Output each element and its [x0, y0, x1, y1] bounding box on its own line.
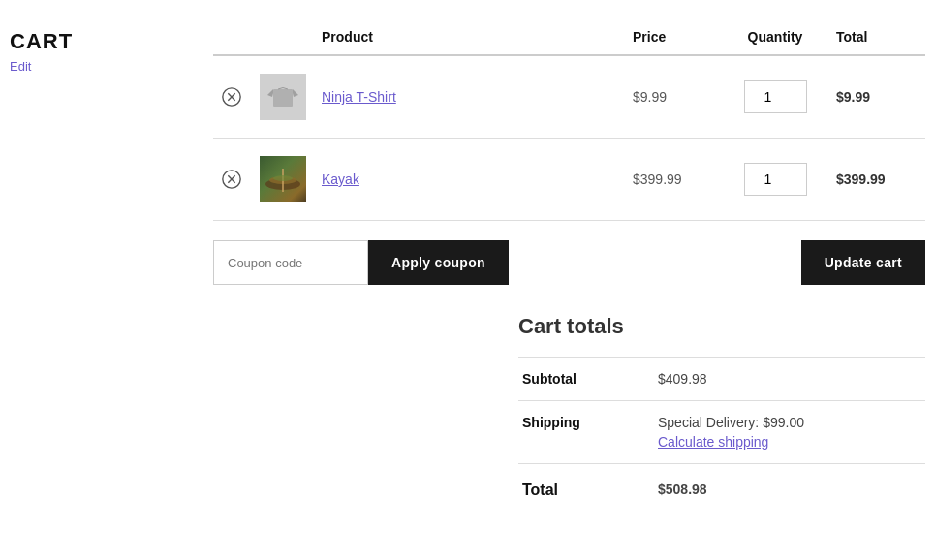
cart-totals: Cart totals Subtotal $409.98 Shipping Sp… — [518, 314, 925, 505]
shipping-row: Shipping Special Delivery: $99.00 Calcul… — [518, 401, 925, 464]
kayak-image — [260, 156, 306, 202]
product-price-cell: $399.99 — [625, 139, 722, 221]
ninja-tshirt-image — [260, 74, 306, 120]
product-name-cell: Kayak — [314, 139, 625, 221]
header-price: Price — [625, 19, 722, 55]
header-total: Total — [828, 19, 925, 55]
remove-ninja-button[interactable] — [221, 86, 242, 108]
table-row: Kayak $399.99 $399.99 — [213, 139, 925, 221]
ninja-quantity-input[interactable] — [744, 80, 807, 113]
table-row: Ninja T-Shirt $9.99 $9.99 — [213, 55, 925, 139]
product-price-cell: $9.99 — [625, 55, 722, 139]
coupon-input[interactable] — [213, 240, 368, 285]
kayak-quantity-input[interactable] — [744, 163, 807, 196]
totals-wrapper: Cart totals Subtotal $409.98 Shipping Sp… — [213, 304, 925, 505]
cart-totals-title: Cart totals — [518, 314, 925, 339]
apply-coupon-button[interactable]: Apply coupon — [368, 240, 509, 285]
calculate-shipping-link[interactable]: Calculate shipping — [658, 434, 768, 450]
subtotal-row: Subtotal $409.98 — [518, 358, 925, 401]
product-name-cell: Ninja T-Shirt — [314, 55, 625, 139]
product-total-cell: $399.99 — [828, 139, 925, 221]
product-quantity-cell — [722, 55, 828, 139]
product-quantity-cell — [722, 139, 828, 221]
product-image-cell — [252, 55, 314, 139]
update-cart-button[interactable]: Update cart — [801, 240, 925, 285]
product-total-cell: $9.99 — [828, 55, 925, 139]
total-row: Total $508.98 — [518, 464, 925, 506]
shipping-label: Shipping — [518, 401, 654, 464]
product-image-cell — [252, 139, 314, 221]
coupon-row: Apply coupon Update cart — [213, 221, 925, 304]
remove-cell — [213, 55, 252, 139]
total-value: $508.98 — [654, 464, 925, 506]
subtotal-label: Subtotal — [518, 358, 654, 401]
cart-table: Product Price Quantity Total — [213, 19, 925, 221]
subtotal-value: $409.98 — [654, 358, 925, 401]
cart-title: CART — [10, 29, 194, 54]
remove-cell — [213, 139, 252, 221]
header-product: Product — [314, 19, 625, 55]
kayak-link[interactable]: Kayak — [322, 171, 359, 187]
main-content: Product Price Quantity Total — [194, 19, 925, 505]
svg-point-10 — [273, 175, 293, 181]
header-quantity: Quantity — [722, 19, 828, 55]
ninja-tshirt-link[interactable]: Ninja T-Shirt — [322, 89, 396, 105]
coupon-left: Apply coupon — [213, 240, 509, 285]
sidebar: CART Edit — [10, 19, 194, 505]
shipping-delivery-text: Special Delivery: $99.00 — [658, 415, 921, 430]
remove-kayak-button[interactable] — [221, 169, 242, 190]
totals-table: Subtotal $409.98 Shipping Special Delive… — [518, 357, 925, 505]
svg-rect-3 — [273, 89, 293, 107]
total-label: Total — [518, 464, 654, 506]
edit-link[interactable]: Edit — [10, 59, 31, 74]
shipping-details: Special Delivery: $99.00 Calculate shipp… — [654, 401, 925, 464]
